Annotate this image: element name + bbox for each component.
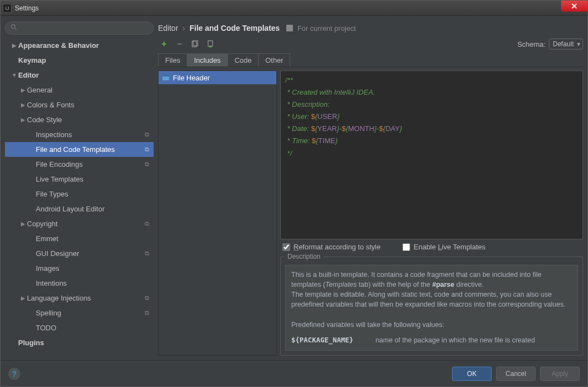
schema-selector: Schema: Default xyxy=(518,39,583,50)
tree-item-file-types[interactable]: File Types xyxy=(5,187,154,201)
breadcrumb-sep: › xyxy=(183,24,186,32)
search-wrap xyxy=(5,20,154,38)
tree-item-code-style[interactable]: ▶Code Style xyxy=(5,112,154,127)
template-tabs: FilesIncludesCodeOther xyxy=(158,53,583,67)
tree-item-label: File Encodings xyxy=(36,160,145,168)
chevron-right-icon: ▶ xyxy=(19,87,27,93)
breadcrumb-part1: Editor xyxy=(158,24,178,32)
footer: ? OK Cancel Apply xyxy=(1,360,587,386)
tree-item-label: Copyright xyxy=(27,220,145,228)
tree-item-label: File and Code Templates xyxy=(36,145,145,154)
tree-item-emmet[interactable]: Emmet xyxy=(5,231,154,246)
panel-body: File Header /** * Created with IntelliJ … xyxy=(158,70,583,356)
tree-item-gui-designer[interactable]: GUI Designer⧉ xyxy=(5,246,154,261)
chevron-right-icon: ▶ xyxy=(19,295,27,301)
tree-item-appearance-behavior[interactable]: ▶Appearance & Behavior xyxy=(5,38,154,53)
svg-point-0 xyxy=(12,25,15,29)
copy-button[interactable] xyxy=(190,39,200,49)
remove-button[interactable]: − xyxy=(175,39,184,49)
tree-item-plugins[interactable]: Plugins xyxy=(5,335,154,350)
settings-tree[interactable]: ▶Appearance & BehaviorKeymap▼Editor▶Gene… xyxy=(5,38,154,356)
tree-item-general[interactable]: ▶General xyxy=(5,83,154,97)
main-panel: Editor › File and Code Templates For cur… xyxy=(158,20,583,356)
file-header-icon xyxy=(162,74,170,81)
project-scope-icon: ⧉ xyxy=(145,250,149,257)
toolbar: + − xyxy=(158,39,215,49)
tree-item-intentions[interactable]: Intentions xyxy=(5,276,154,291)
tree-item-keymap[interactable]: Keymap xyxy=(5,53,154,68)
tree-item-inspections[interactable]: Inspections⧉ xyxy=(5,127,154,142)
breadcrumb: Editor › File and Code Templates For cur… xyxy=(158,20,583,36)
tree-item-label: Spelling xyxy=(36,309,145,317)
chevron-down-icon: ▼ xyxy=(10,72,18,78)
template-item-label: File Header xyxy=(173,74,210,82)
tree-item-label: Inspections xyxy=(36,130,145,139)
tree-item-label: Plugins xyxy=(18,339,149,347)
tree-item-language-injections[interactable]: ▶Language Injections⧉ xyxy=(5,291,154,306)
variable-desc: name of the package in which the new fil… xyxy=(375,335,535,345)
tree-item-label: Android Layout Editor xyxy=(36,205,149,213)
svg-line-1 xyxy=(15,28,17,30)
scope-icon xyxy=(286,25,293,31)
tab-files[interactable]: Files xyxy=(158,53,187,67)
close-icon xyxy=(571,3,578,9)
template-item-file-header[interactable]: File Header xyxy=(159,71,276,84)
content-area: ▶Appearance & BehaviorKeymap▼Editor▶Gene… xyxy=(1,16,587,360)
project-scope-icon: ⧉ xyxy=(145,131,149,138)
tree-item-android-layout-editor[interactable]: Android Layout Editor xyxy=(5,201,154,216)
template-list[interactable]: File Header xyxy=(158,70,277,356)
options-row: Reformat according to style Enable Live … xyxy=(280,239,583,254)
help-button[interactable]: ? xyxy=(8,368,20,380)
tree-item-label: Appearance & Behavior xyxy=(18,41,149,50)
tree-item-copyright[interactable]: ▶Copyright⧉ xyxy=(5,216,154,231)
schema-label: Schema: xyxy=(518,40,546,48)
chevron-right-icon: ▶ xyxy=(19,102,27,108)
toolbar-row: + − Schema: Default xyxy=(158,36,583,52)
tree-item-label: GUI Designer xyxy=(36,249,145,258)
tab-code[interactable]: Code xyxy=(227,53,259,67)
ok-button[interactable]: OK xyxy=(452,367,492,381)
description-group: Description This is a built-in template.… xyxy=(280,257,583,356)
tree-item-spelling[interactable]: Spelling⧉ xyxy=(5,306,154,320)
tree-item-label: File Types xyxy=(36,190,149,198)
titlebar: IJ Settings xyxy=(1,1,587,16)
tree-item-label: Code Style xyxy=(27,116,149,124)
tree-item-label: Emmet xyxy=(36,235,149,243)
tree-item-file-and-code-templates[interactable]: File and Code Templates⧉ xyxy=(5,142,154,157)
svg-rect-6 xyxy=(162,75,169,77)
tree-item-file-encodings[interactable]: File Encodings⧉ xyxy=(5,157,154,172)
tree-item-label: Intentions xyxy=(36,279,149,287)
chevron-right-icon: ▶ xyxy=(10,42,18,48)
code-editor[interactable]: /** * Created with IntelliJ IDEA. * Desc… xyxy=(280,70,583,239)
tree-item-label: Live Templates xyxy=(36,175,149,183)
schema-dropdown[interactable]: Default xyxy=(549,39,583,50)
add-button[interactable]: + xyxy=(159,39,169,49)
editor-panel: /** * Created with IntelliJ IDEA. * Desc… xyxy=(280,70,583,356)
tree-item-label: TODO xyxy=(36,324,149,332)
cancel-button[interactable]: Cancel xyxy=(496,367,536,381)
tree-item-label: General xyxy=(27,86,149,94)
tree-item-live-templates[interactable]: Live Templates xyxy=(5,172,154,187)
search-input[interactable] xyxy=(5,21,154,35)
tree-item-label: Images xyxy=(36,264,149,272)
live-templates-checkbox[interactable]: Enable Live Templates xyxy=(402,243,486,251)
tree-item-todo[interactable]: TODO xyxy=(5,320,154,335)
tree-item-editor[interactable]: ▼Editor xyxy=(5,68,154,83)
footer-buttons: OK Cancel Apply xyxy=(452,367,580,381)
project-scope-icon: ⧉ xyxy=(145,220,149,227)
breadcrumb-part2: File and Code Templates xyxy=(189,24,280,32)
window-title: Settings xyxy=(15,4,39,12)
tab-includes[interactable]: Includes xyxy=(187,53,227,67)
refresh-button[interactable] xyxy=(205,39,215,49)
reformat-checkbox[interactable]: Reformat according to style xyxy=(282,243,380,251)
close-button[interactable] xyxy=(561,1,587,12)
tree-item-colors-fonts[interactable]: ▶Colors & Fonts xyxy=(5,97,154,112)
chevron-right-icon: ▶ xyxy=(19,221,27,227)
settings-window: IJ Settings ▶Appearance & BehaviorKeymap… xyxy=(0,0,588,387)
sidebar: ▶Appearance & BehaviorKeymap▼Editor▶Gene… xyxy=(5,20,154,356)
description-content[interactable]: This is a built-in template. It contains… xyxy=(285,265,578,351)
tree-item-images[interactable]: Images xyxy=(5,261,154,276)
tab-other[interactable]: Other xyxy=(258,53,291,67)
apply-button[interactable]: Apply xyxy=(540,367,580,381)
tree-item-label: Editor xyxy=(18,71,149,79)
